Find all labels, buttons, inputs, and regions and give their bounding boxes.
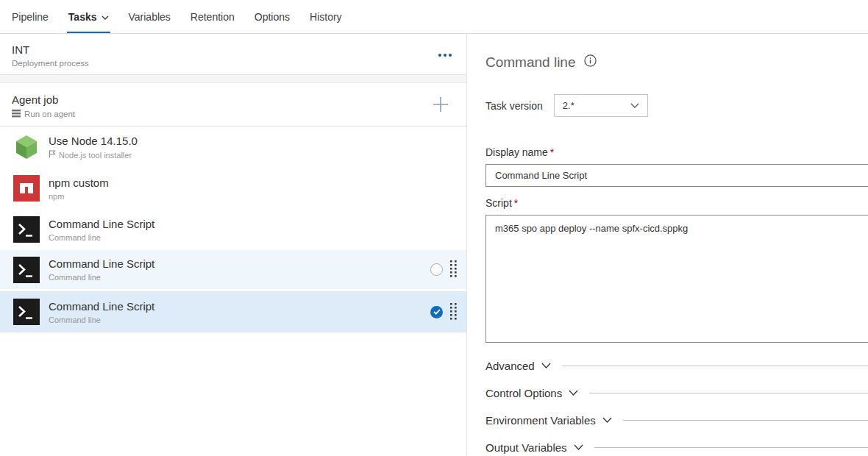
plus-icon [431,95,450,114]
flag-icon [49,150,56,160]
task-version-label: Task version [485,100,543,112]
task-row-npm-custom[interactable]: npm custom npm [0,168,466,209]
panel-spacer [0,75,466,83]
chevron-down-icon [102,11,109,23]
section-output-variables[interactable]: Output Variables [485,434,868,455]
drag-handle-icon[interactable] [449,260,458,279]
npm-icon [13,175,40,202]
chevron-down-icon [541,363,551,369]
active-tab-underline [67,32,110,33]
tab-options[interactable]: Options [255,0,290,33]
section-divider [623,420,868,421]
pipeline-tasks-panel: INT Deployment process Agent job R [0,34,467,455]
task-details-panel: Command line Task version 2.* Display na… [467,34,868,455]
info-icon[interactable] [584,54,597,71]
more-ellipsis-icon[interactable] [437,49,453,61]
drag-handle-icon[interactable] [449,302,458,322]
terminal-icon [13,299,40,325]
task-type-title: Command line [485,54,868,71]
section-divider [589,393,868,393]
task-row-use-node[interactable]: Use Node 14.15.0 Node.js tool installer [0,127,466,168]
agent-job-header[interactable]: Agent job Run on agent [0,83,466,127]
required-marker: * [514,197,518,209]
nodejs-icon [13,134,40,160]
chevron-down-icon [569,390,578,396]
section-divider [562,366,868,366]
task-version-select[interactable]: 2.* [554,94,648,117]
required-marker: * [550,146,554,158]
task-row-cmdline-3[interactable]: Command Line Script Command line [0,291,466,332]
terminal-icon [13,216,40,243]
stage-title: INT [12,43,89,57]
task-row-cmdline-2[interactable]: Command Line Script Command line [0,250,466,291]
tab-tasks[interactable]: Tasks [68,0,109,33]
script-label: Script* [485,197,868,209]
display-name-input[interactable] [485,164,868,187]
tab-pipeline[interactable]: Pipeline [12,0,49,33]
tab-retention[interactable]: Retention [191,0,235,33]
section-divider [594,447,868,448]
chevron-down-icon [602,417,612,424]
tab-history[interactable]: History [310,0,342,33]
pipeline-editor-nav: Pipeline Tasks Variables Retention Optio… [0,0,868,34]
chevron-down-icon [574,444,583,451]
task-row-cmdline-1[interactable]: Command Line Script Command line [0,209,466,250]
stage-header: INT Deployment process [0,34,466,75]
task-select-radio[interactable] [430,263,443,276]
stage-subtitle: Deployment process [12,59,89,68]
section-environment-variables[interactable]: Environment Variables [485,407,868,434]
script-textarea[interactable]: m365 spo app deploy --name spfx-cicd.spp… [485,215,868,343]
tab-variables[interactable]: Variables [129,0,171,33]
agent-rack-icon [12,109,21,119]
agent-job-title: Agent job [12,93,75,107]
section-control-options[interactable]: Control Options [485,380,868,407]
add-task-button[interactable] [425,93,456,118]
terminal-icon [13,257,40,283]
task-selected-check-icon[interactable] [430,306,443,318]
agent-job-subtitle: Run on agent [24,110,75,118]
section-advanced[interactable]: Advanced [485,352,868,380]
chevron-down-icon [630,100,639,111]
display-name-label: Display name* [485,146,868,158]
